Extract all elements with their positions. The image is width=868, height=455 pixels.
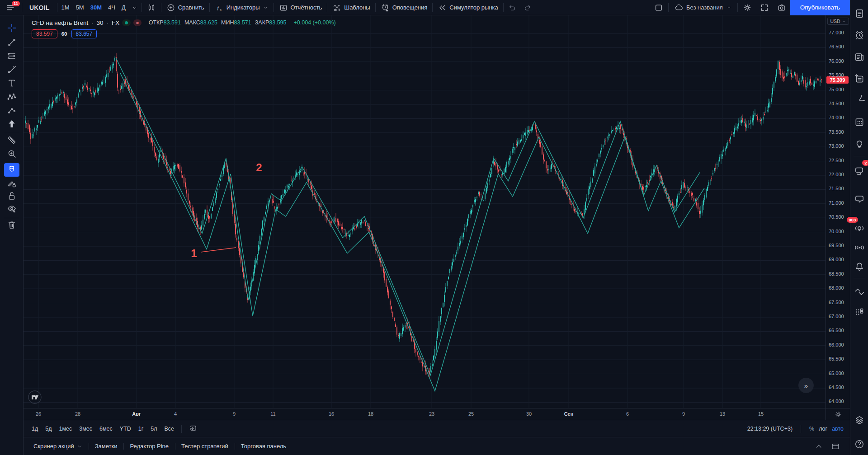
- data-flag[interactable]: ≈: [133, 19, 142, 26]
- publish-button[interactable]: Опубликовать: [790, 0, 850, 15]
- chart-plot[interactable]: 12: [24, 15, 826, 408]
- currency-selector[interactable]: USD: [827, 18, 849, 25]
- range-button-Все[interactable]: Все: [161, 424, 178, 434]
- lock-drawings-button[interactable]: [4, 189, 19, 203]
- settings-button[interactable]: [739, 0, 756, 15]
- expand-chart-button[interactable]: »: [798, 378, 814, 393]
- time-scale[interactable]: 2628Авг49111618232530Сен691315: [24, 408, 826, 420]
- price-tick: 68.500: [829, 271, 844, 277]
- watchlist-button[interactable]: [852, 6, 867, 21]
- alerts-button[interactable]: Оповещения: [377, 0, 432, 15]
- undo-button[interactable]: [505, 0, 520, 15]
- bid-price-box[interactable]: 83.597: [32, 29, 57, 38]
- range-button-1мес[interactable]: 1мес: [56, 424, 76, 434]
- zoom-in-tool-button[interactable]: [4, 147, 19, 160]
- divider: [432, 3, 433, 12]
- range-button-1д[interactable]: 1д: [28, 424, 42, 434]
- reporting-button[interactable]: Отчётность: [275, 0, 326, 15]
- trend-line-tool-button[interactable]: [4, 36, 19, 49]
- timeframe-button-1M[interactable]: 1M: [58, 0, 73, 15]
- hotlists-button[interactable]: [852, 93, 867, 108]
- price-tick: 73.000: [829, 143, 844, 149]
- public-chat-button[interactable]: [852, 192, 867, 206]
- brush-tool-button[interactable]: [4, 63, 19, 76]
- compare-button[interactable]: Сравнить: [162, 0, 208, 15]
- text-tool-button[interactable]: [4, 76, 19, 90]
- price-tick: 75.500: [829, 72, 844, 78]
- tab-Скринер акций[interactable]: Скринер акций: [27, 437, 89, 455]
- percent-scale-button[interactable]: %: [809, 426, 814, 432]
- private-chats-button[interactable]: 2: [852, 164, 867, 178]
- goto-date-button[interactable]: [185, 422, 201, 436]
- measure-tool-button[interactable]: [4, 133, 19, 147]
- ask-price-box[interactable]: 83.657: [71, 29, 97, 38]
- templates-button[interactable]: Шаблоны: [328, 0, 374, 15]
- tab-Торговая панель[interactable]: Торговая панель: [235, 437, 292, 455]
- news-button[interactable]: [852, 50, 867, 64]
- auto-scale-button[interactable]: авто: [832, 426, 844, 432]
- range-button-5д[interactable]: 5д: [42, 424, 55, 434]
- remove-drawings-button[interactable]: [4, 218, 19, 232]
- notifications-button[interactable]: [852, 259, 867, 274]
- divider: [22, 3, 22, 12]
- snapshot-button[interactable]: [773, 0, 790, 15]
- replay-button[interactable]: Симулятор рынка: [434, 0, 502, 15]
- visibility-toggle[interactable]: [122, 19, 131, 26]
- stickers-tool-button[interactable]: [4, 117, 19, 131]
- timeframe-button-Д[interactable]: Д: [118, 0, 129, 15]
- price-scale[interactable]: USD 75.309 77.00076.50076.00075.50075.00…: [826, 15, 850, 408]
- tab-Тестер стратегий[interactable]: Тестер стратегий: [175, 437, 235, 455]
- minds-button[interactable]: 903: [852, 221, 867, 235]
- prediction-tool-button[interactable]: [4, 103, 19, 117]
- legend-interval[interactable]: 30: [97, 19, 104, 26]
- help-button[interactable]: [852, 437, 867, 451]
- legend-symbol-title[interactable]: CFD на нефть Brent: [32, 19, 88, 26]
- ideas-button[interactable]: [852, 136, 867, 151]
- timeframe-dropdown[interactable]: [129, 0, 141, 15]
- symbol-button[interactable]: UKOIL: [23, 0, 56, 15]
- price-tick: 67.000: [829, 314, 844, 319]
- timeframe-button-5M[interactable]: 5M: [73, 0, 87, 15]
- range-button-3мес[interactable]: 3мес: [75, 424, 96, 434]
- divider: [161, 3, 161, 12]
- range-button-YTD[interactable]: YTD: [116, 424, 135, 434]
- redo-button[interactable]: [520, 0, 535, 15]
- magnet-tool-button[interactable]: [4, 163, 19, 177]
- timeframe-button-4Ч[interactable]: 4Ч: [105, 0, 118, 15]
- price-tick: 76.000: [829, 58, 844, 64]
- main-menu-button[interactable]: 11: [0, 0, 21, 15]
- trading-arrows-button[interactable]: [852, 284, 867, 299]
- tab-Заметки[interactable]: Заметки: [89, 437, 124, 455]
- clock[interactable]: 22:13:29 (UTC+3): [747, 426, 793, 432]
- streams-button[interactable]: [852, 240, 867, 255]
- tradingview-logo[interactable]: [28, 390, 42, 404]
- pattern-tool-button[interactable]: [4, 90, 19, 103]
- timeframe-button-30M[interactable]: 30M: [87, 0, 105, 15]
- legend-exchange[interactable]: FX: [112, 19, 119, 26]
- fib-tool-button[interactable]: [4, 49, 19, 63]
- fullscreen-button[interactable]: [756, 0, 773, 15]
- crosshair-tool-button[interactable]: [4, 21, 19, 35]
- indicators-button[interactable]: ƒ x Индикаторы: [211, 0, 273, 15]
- drawing-mode-button[interactable]: [4, 177, 19, 190]
- alerts-panel-button[interactable]: [852, 28, 867, 42]
- range-button-1г[interactable]: 1г: [135, 424, 147, 434]
- calendar-button[interactable]: [852, 115, 867, 129]
- object-tree-button[interactable]: [852, 413, 867, 427]
- panel-layout-icon[interactable]: [831, 442, 840, 451]
- log-scale-button[interactable]: лог: [819, 426, 827, 432]
- platforms-button[interactable]: [852, 305, 867, 319]
- collapse-panel-icon[interactable]: [815, 442, 823, 450]
- scale-settings-cell[interactable]: [826, 408, 850, 420]
- tab-Редактор Pine[interactable]: Редактор Pine: [123, 437, 175, 455]
- chart-style-button[interactable]: [143, 0, 160, 15]
- layout-select-button[interactable]: [650, 0, 667, 15]
- layout-name-button[interactable]: Без названия: [670, 3, 736, 12]
- data-window-button[interactable]: [852, 71, 867, 86]
- hide-drawings-button[interactable]: [4, 202, 19, 216]
- range-button-6мес[interactable]: 6мес: [96, 424, 116, 434]
- price-tick: 73.500: [829, 129, 844, 135]
- range-button-5л[interactable]: 5л: [147, 424, 160, 434]
- divider: [375, 3, 376, 12]
- ohlc-item: МИН83.571: [221, 19, 251, 26]
